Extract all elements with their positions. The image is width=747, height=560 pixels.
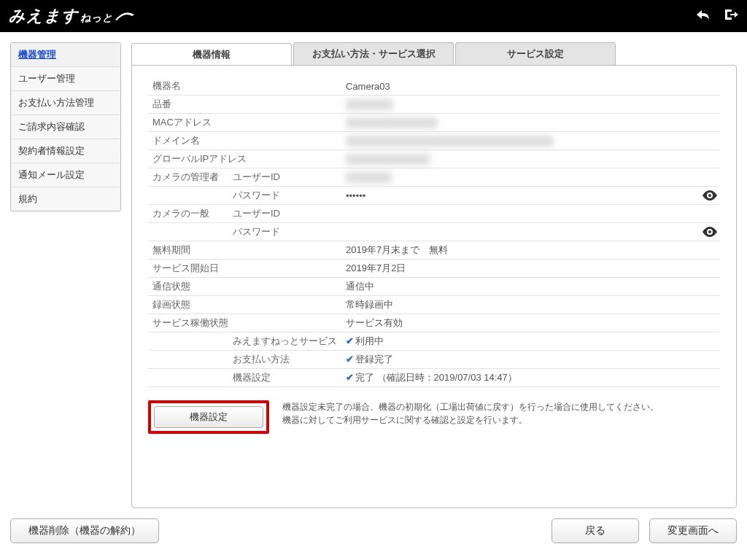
svg-point-0 <box>708 194 711 197</box>
sidebar-item-terms[interactable]: 規約 <box>11 187 120 211</box>
label-admin-userid: ユーザーID <box>228 168 341 187</box>
value-domain: xxxxx.xxxx-x-x.xxxxxxxxxxxxx.xxxxxx.xxx.… <box>346 136 554 147</box>
check-icon: ✔ <box>346 335 354 346</box>
eye-icon[interactable] <box>703 190 717 201</box>
device-info-panel: 機器名 Camera03 品番 BB-XXXXX MACアドレス XX-XX-X… <box>131 65 737 508</box>
label-device-name: 機器名 <box>148 77 228 96</box>
label-free-period: 無料期間 <box>148 241 228 260</box>
edit-button[interactable]: 変更画面へ <box>649 518 737 543</box>
device-config-highlight: 機器設定 <box>148 400 269 434</box>
value-model: BB-XXXXX <box>346 99 393 110</box>
eye-icon[interactable] <box>703 227 717 237</box>
label-comm-status: 通信状態 <box>148 278 228 296</box>
tab-payment-service[interactable]: お支払い方法・サービス選択 <box>293 42 454 65</box>
tab-device-info[interactable]: 機器情報 <box>131 43 292 66</box>
label-general: カメラの一般 <box>148 205 228 223</box>
value-payment: 登録完了 <box>355 354 393 365</box>
value-admin-userid: xx-xxxXXX <box>346 172 392 183</box>
sidebar-item-device-mgmt[interactable]: 機器管理 <box>11 43 120 67</box>
value-general-userid <box>341 205 720 223</box>
brand-sub: ねっと <box>80 12 113 25</box>
label-domain: ドメイン名 <box>148 132 228 150</box>
device-config-desc-line1: 機器設定未完了の場合、機器の初期化（工場出荷値に戻す）を行った場合に使用してくだ… <box>282 400 659 413</box>
value-device-name: Camera03 <box>341 77 720 96</box>
sidebar: 機器管理 ユーザー管理 お支払い方法管理 ご請求内容確認 契約者情報設定 通知メ… <box>10 42 121 211</box>
label-rec-status: 録画状態 <box>148 296 228 314</box>
main: 機器情報 お支払い方法・サービス選択 サービス設定 機器名 Camera03 品… <box>131 42 737 508</box>
brand-main: みえます <box>9 5 79 27</box>
label-admin-password: パスワード <box>228 187 341 205</box>
value-free-period: 2019年7月末まで 無料 <box>341 241 720 260</box>
value-rec-status: 常時録画中 <box>341 296 720 314</box>
device-config-button[interactable]: 機器設定 <box>154 406 263 428</box>
label-general-password: パスワード <box>228 223 341 241</box>
label-admin: カメラの管理者 <box>148 168 228 187</box>
value-comm-status: 通信中 <box>341 278 720 296</box>
tab-service-settings[interactable]: サービス設定 <box>455 42 616 65</box>
back-icon[interactable] <box>694 8 711 25</box>
label-service-start: サービス開始日 <box>148 260 228 278</box>
top-actions <box>694 8 738 25</box>
value-service-start: 2019年7月2日 <box>341 260 720 278</box>
device-config-desc: 機器設定未完了の場合、機器の初期化（工場出荷値に戻す）を行った場合に使用してくだ… <box>282 400 659 427</box>
brand-logo: みえます ねっと <box>9 5 135 27</box>
device-info-table: 機器名 Camera03 品番 BB-XXXXX MACアドレス XX-XX-X… <box>148 77 720 387</box>
footer: 機器削除（機器の解約） 戻る 変更画面へ <box>0 508 747 553</box>
brand-swoosh-icon <box>115 7 135 26</box>
value-admin-password: •••••• <box>346 190 365 201</box>
label-device-cfg: 機器設定 <box>228 369 341 387</box>
sidebar-item-payment-mgmt[interactable]: お支払い方法管理 <box>11 91 120 115</box>
label-mac: MACアドレス <box>148 114 228 132</box>
sidebar-item-notify-mail[interactable]: 通知メール設定 <box>11 163 120 187</box>
sidebar-item-contract-info[interactable]: 契約者情報設定 <box>11 139 120 163</box>
sidebar-item-user-mgmt[interactable]: ユーザー管理 <box>11 67 120 91</box>
value-device-cfg: 完了 （確認日時：2019/07/03 14:47） <box>355 372 517 383</box>
label-svc-name: みえますねっとサービス <box>228 332 341 351</box>
label-payment: お支払い方法 <box>228 351 341 369</box>
topbar: みえます ねっと <box>0 0 747 32</box>
label-global-ip: グローバルIPアドレス <box>148 150 341 168</box>
value-global-ip: XXX.XXX.XXX.XXX <box>346 154 430 165</box>
sidebar-item-billing[interactable]: ご請求内容確認 <box>11 115 120 139</box>
back-button[interactable]: 戻る <box>551 518 639 543</box>
delete-device-button[interactable]: 機器削除（機器の解約） <box>10 518 159 543</box>
value-mac: XX-XX-XX-XX-XX-XX <box>346 117 438 128</box>
label-model: 品番 <box>148 96 228 114</box>
check-icon: ✔ <box>346 354 354 365</box>
check-icon: ✔ <box>346 372 354 383</box>
label-general-userid: ユーザーID <box>228 205 341 223</box>
svg-point-1 <box>708 230 711 233</box>
value-svc-name: 利用中 <box>355 335 384 346</box>
label-svc-status: サービス稼働状態 <box>148 314 341 332</box>
device-config-row: 機器設定 機器設定未完了の場合、機器の初期化（工場出荷値に戻す）を行った場合に使… <box>148 400 720 434</box>
tabs: 機器情報 お支払い方法・サービス選択 サービス設定 <box>131 42 737 65</box>
device-config-desc-line2: 機器に対してご利用サービスに関する確認と設定を行います。 <box>282 413 659 427</box>
value-svc-status: サービス有効 <box>341 314 720 332</box>
logout-icon[interactable] <box>724 8 738 25</box>
